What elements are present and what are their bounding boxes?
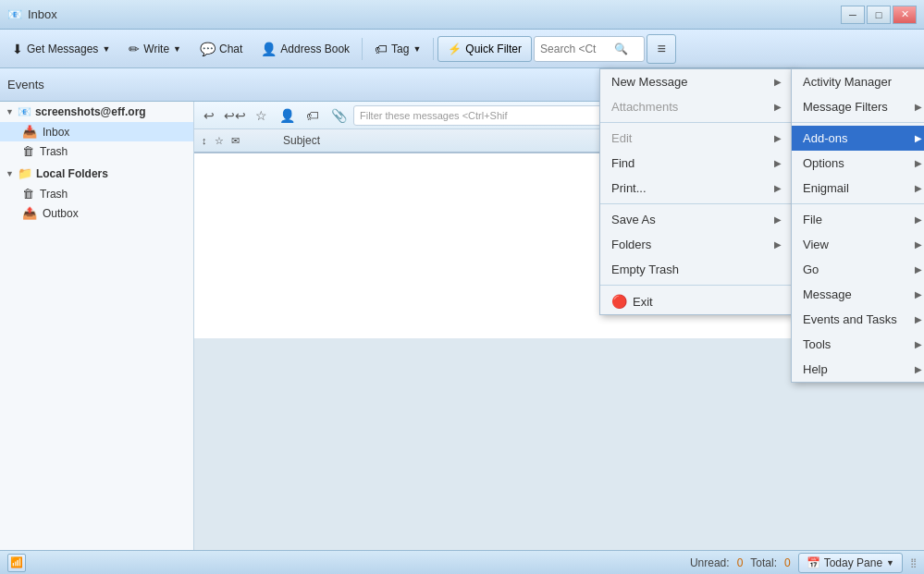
sidebar-trash-label-1: Trash	[40, 145, 68, 158]
sidebar-trash-label-2: Trash	[40, 188, 68, 201]
today-pane-button[interactable]: 📅 Today Pane ▼	[798, 553, 903, 573]
sidebar: ▼ 📧 screenshots@eff.org 📥 Inbox 🗑 Trash …	[0, 102, 194, 550]
hamburger-icon: ≡	[657, 41, 665, 57]
menu-item-file[interactable]: File ▶	[792, 207, 924, 232]
sidebar-item-inbox[interactable]: 📥 Inbox	[0, 122, 193, 141]
menu-item-message-filters[interactable]: Message Filters ▶	[792, 94, 924, 119]
menu-separator-2	[600, 203, 793, 204]
menu-item-save-as[interactable]: Save As ▶	[600, 207, 793, 232]
search-icon: 🔍	[614, 43, 628, 55]
toolbar-separator-1	[362, 38, 363, 60]
star-button[interactable]: ☆	[250, 104, 272, 127]
right-menu-separator-2	[792, 203, 924, 204]
menu-item-help[interactable]: Help ▶	[792, 357, 924, 382]
filter-placeholder: Filter these messages <Ctrl+Shif	[360, 110, 508, 121]
today-pane-chevron: ▼	[886, 558, 894, 568]
maximize-button[interactable]: □	[867, 6, 891, 24]
hamburger-menu: New Message ▶ Attachments ▶ Edit ▶ Find …	[599, 68, 794, 315]
chat-button[interactable]: 💬 Chat	[191, 34, 251, 64]
col-indicators: ↕ ☆ ✉	[202, 135, 276, 147]
menu-item-folders[interactable]: Folders ▶	[600, 232, 793, 257]
menu-item-attachments: Attachments ▶	[600, 94, 793, 119]
menu-item-go[interactable]: Go ▶	[792, 257, 924, 282]
calendar-icon: 📅	[807, 556, 820, 569]
attachments-chevron: ▶	[774, 102, 782, 112]
sidebar-outbox-label: Outbox	[43, 207, 79, 220]
tag-button[interactable]: 🏷 Tag ▼	[366, 34, 429, 64]
trash-icon-2: 🗑	[22, 187, 34, 201]
sidebar-item-outbox[interactable]: 📤 Outbox	[0, 203, 193, 223]
status-indicator-icon: 📶	[10, 556, 23, 568]
print-chevron: ▶	[774, 183, 782, 193]
file-chevron: ▶	[915, 214, 922, 225]
quick-filter-button[interactable]: ⚡ Quick Filter	[437, 36, 532, 62]
menu-item-message[interactable]: Message ▶	[792, 282, 924, 307]
status-icon-button[interactable]: 📶	[7, 554, 26, 572]
menu-item-activity-manager[interactable]: Activity Manager	[792, 69, 924, 94]
reply-all-button[interactable]: ↩↩	[224, 104, 246, 127]
menu-item-events-tasks[interactable]: Events and Tasks ▶	[792, 307, 924, 332]
menu-item-tools[interactable]: Tools ▶	[792, 332, 924, 357]
menu-item-empty-trash[interactable]: Empty Trash	[600, 257, 793, 282]
menu-item-options[interactable]: Options ▶	[792, 151, 924, 176]
search-box: 🔍	[534, 36, 645, 62]
menu-item-exit[interactable]: 🔴 Exit	[600, 288, 793, 314]
total-count: 0	[784, 556, 791, 569]
address-book-button[interactable]: 👤 Address Book	[253, 34, 358, 64]
app-wrapper: 📧 Inbox ─ □ ✕ ⬇ Get Messages ▼ ✏ Writ	[0, 0, 924, 574]
unread-count: 0	[737, 556, 744, 569]
unread-label: Unread:	[690, 556, 730, 569]
right-menu-separator-1	[792, 122, 924, 123]
tag-msg-button[interactable]: 🏷	[302, 104, 324, 127]
menu-item-enigmail[interactable]: Enigmail ▶	[792, 176, 924, 201]
local-folders-icon: 📁	[18, 166, 32, 180]
resize-handle[interactable]: ⣿	[910, 557, 917, 568]
sidebar-item-trash-local[interactable]: 🗑 Trash	[0, 184, 193, 203]
find-chevron: ▶	[774, 158, 782, 168]
exit-icon: 🔴	[611, 294, 627, 309]
hamburger-menu-button[interactable]: ≡	[647, 34, 676, 64]
folders-chevron: ▶	[774, 239, 782, 250]
sidebar-account[interactable]: ▼ 📧 screenshots@eff.org	[0, 102, 193, 122]
view-chevron: ▶	[915, 239, 922, 250]
menu-separator-1	[600, 122, 793, 123]
toolbar: ⬇ Get Messages ▼ ✏ Write ▼ 💬 Chat 👤 Addr…	[0, 30, 924, 68]
menu-item-add-ons[interactable]: Add-ons ▶	[792, 126, 924, 151]
close-button[interactable]: ✕	[893, 6, 917, 24]
options-chevron: ▶	[915, 158, 922, 168]
sidebar-item-trash-account[interactable]: 🗑 Trash	[0, 141, 193, 161]
star-col-icon: ☆	[215, 135, 224, 147]
message-filters-chevron: ▶	[915, 102, 922, 112]
right-menu: Activity Manager Message Filters ▶ Add-o…	[791, 68, 924, 383]
menu-item-view[interactable]: View ▶	[792, 232, 924, 257]
minimize-button[interactable]: ─	[841, 6, 865, 24]
go-chevron: ▶	[915, 264, 922, 275]
account-name: screenshots@eff.org	[35, 105, 146, 118]
tools-chevron: ▶	[915, 339, 922, 349]
read-col-icon: ✉	[231, 135, 240, 147]
total-label: Total:	[750, 556, 777, 569]
trash-icon-1: 🗑	[22, 144, 34, 158]
inbox-icon: 📥	[22, 125, 37, 139]
add-ons-chevron: ▶	[915, 133, 922, 143]
get-messages-button[interactable]: ⬇ Get Messages ▼	[4, 34, 118, 64]
reply-button[interactable]: ↩	[198, 104, 220, 127]
col-subject-header[interactable]: Subject	[276, 134, 648, 147]
new-message-chevron: ▶	[774, 77, 782, 87]
menu-item-find[interactable]: Find ▶	[600, 151, 793, 176]
attach-button[interactable]: 📎	[327, 104, 350, 127]
search-input[interactable]	[540, 43, 614, 55]
thread-col-icon: ↕	[202, 135, 207, 146]
sidebar-local-folders[interactable]: ▼ 📁 Local Folders	[0, 163, 193, 184]
contact-button[interactable]: 👤	[276, 104, 298, 127]
events-tasks-chevron: ▶	[915, 314, 922, 324]
write-icon: ✏	[129, 42, 140, 56]
write-button[interactable]: ✏ Write ▼	[120, 34, 190, 64]
help-chevron: ▶	[915, 364, 922, 374]
menu-item-print[interactable]: Print... ▶	[600, 176, 793, 201]
filter-icon: ⚡	[448, 43, 462, 55]
menu-item-edit: Edit ▶	[600, 126, 793, 151]
address-book-icon: 👤	[261, 42, 277, 56]
menu-item-new-message[interactable]: New Message ▶	[600, 69, 793, 94]
account-icon: 📧	[18, 105, 31, 118]
